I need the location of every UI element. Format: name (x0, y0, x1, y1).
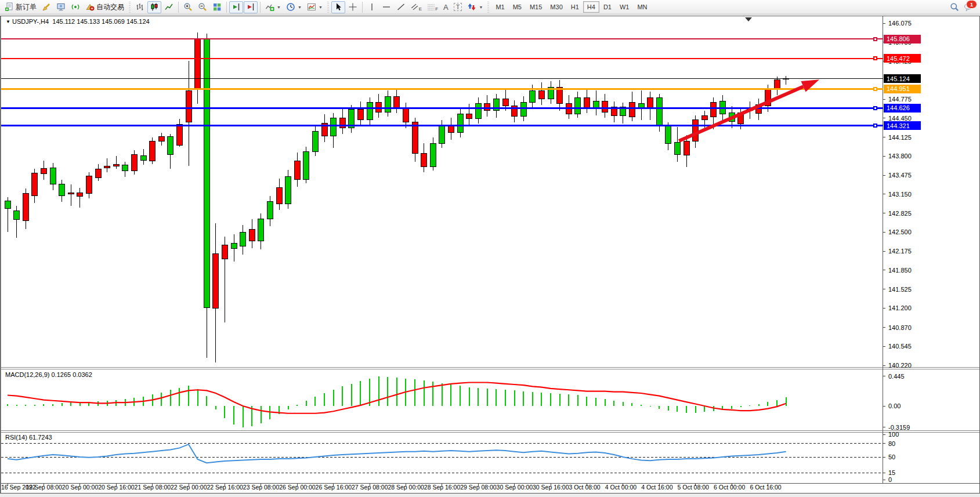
svg-text:0.445: 0.445 (888, 373, 905, 380)
crosshair-tool-button[interactable] (346, 1, 360, 13)
x-axis-label: 4 Oct 00:00 (605, 484, 637, 491)
zoom-out-button[interactable] (196, 1, 209, 13)
timeframe-MN[interactable]: MN (633, 1, 651, 13)
x-axis-label: 6 Oct 00:00 (714, 484, 745, 491)
chart-title: ▼ USDJPY-,H4 145.112 145.133 145.069 145… (6, 18, 150, 25)
crosshair-icon (348, 2, 357, 12)
timeframe-W1[interactable]: W1 (616, 1, 634, 13)
indicators-dropdown-caret[interactable]: ▼ (277, 5, 281, 9)
periods-dropdown-caret[interactable]: ▼ (298, 5, 302, 9)
svg-text:144.125: 144.125 (888, 134, 912, 141)
templates-dropdown-caret[interactable]: ▼ (319, 5, 323, 9)
trendline-tool-button[interactable] (394, 1, 408, 13)
text-tool-button[interactable]: A (441, 1, 451, 13)
trendline-icon (396, 2, 406, 12)
bar-chart-button[interactable] (133, 1, 147, 13)
tile-windows-button[interactable] (210, 1, 224, 13)
x-axis-label: 22 Sep 16:00 (207, 484, 243, 491)
templates-button[interactable]: ▼ (305, 1, 325, 13)
tile-windows-icon (212, 2, 222, 12)
svg-text:140.545: 140.545 (888, 343, 912, 350)
arrows-tool-icon (467, 2, 476, 12)
horizontal-line-tool-button[interactable] (379, 1, 393, 13)
signals-button[interactable] (68, 1, 82, 13)
monitor-icon (56, 2, 66, 12)
equidistant-channel-tool-button[interactable]: E (408, 1, 424, 13)
macd-indicator-label: MACD(12,26,9) 0.1265 0.0362 (5, 371, 92, 378)
timeframe-M15[interactable]: M15 (526, 1, 546, 13)
cursor-icon (334, 2, 343, 12)
svg-text:-0.3159: -0.3159 (888, 424, 910, 431)
timeframe-M5[interactable]: M5 (509, 1, 526, 13)
symbol-dropdown-icon[interactable]: ▼ (6, 19, 10, 24)
zoom-in-icon (183, 2, 193, 12)
timeframe-H1[interactable]: H1 (567, 1, 583, 13)
arrows-dropdown-caret[interactable]: ▼ (479, 5, 483, 9)
chat-button[interactable]: 1 (964, 2, 973, 12)
svg-text:143.800: 143.800 (888, 153, 912, 159)
timeframe-D1[interactable]: D1 (599, 1, 616, 13)
x-axis-label: 20 Sep 00:00 (62, 484, 98, 491)
periods-button[interactable]: ▼ (284, 1, 304, 13)
vertical-line-tool-button[interactable] (365, 1, 379, 13)
chart-shift-button[interactable] (244, 1, 258, 13)
toolbar-separator (362, 2, 363, 13)
svg-text:142.500: 142.500 (888, 228, 912, 235)
svg-text:142.175: 142.175 (888, 248, 912, 255)
new-order-button[interactable]: 新订单 (2, 1, 39, 13)
x-axis-label: 20 Sep 16:00 (98, 484, 134, 491)
toolbar-right-tools: 1 (950, 2, 978, 12)
notification-badge: 1 (966, 0, 977, 9)
line-chart-button[interactable] (162, 1, 176, 13)
line-chart-icon (164, 2, 173, 12)
fibonacci-tool-button[interactable]: F (425, 1, 440, 13)
autotrading-button[interactable]: 自动交易 (83, 1, 126, 13)
time-axis[interactable]: 16 Sep 202219 Sep 08:0020 Sep 00:0020 Se… (0, 484, 980, 493)
timeframe-M30[interactable]: M30 (546, 1, 566, 13)
auto-scroll-icon (232, 2, 241, 12)
x-axis-label: 28 Sep 00:00 (388, 484, 424, 491)
arrows-tool-button[interactable]: ▼ (465, 1, 485, 13)
vertical-line-icon (367, 2, 377, 12)
indicators-icon (265, 2, 274, 12)
chart-canvas[interactable]: 146.075145.750145.425144.775144.450144.1… (0, 15, 980, 497)
svg-text:142.825: 142.825 (888, 210, 912, 217)
indicators-button[interactable]: ▼ (263, 1, 283, 13)
search-icon[interactable] (950, 2, 959, 12)
gold-arrow-button[interactable] (39, 1, 53, 13)
cursor-tool-button[interactable] (331, 1, 345, 13)
svg-text:0: 0 (888, 476, 892, 483)
zoom-in-button[interactable] (181, 1, 195, 13)
timeframe-M1[interactable]: M1 (491, 1, 508, 13)
svg-text:140.220: 140.220 (888, 362, 912, 369)
svg-text:143.150: 143.150 (888, 191, 912, 198)
channel-icon (411, 3, 419, 11)
timeframe-H4[interactable]: H4 (583, 1, 599, 13)
toolbar-grip (327, 2, 329, 13)
text-label-icon: T (454, 3, 462, 11)
auto-scroll-button[interactable] (229, 1, 243, 13)
toolbar-separator (226, 2, 227, 13)
channel-e-label: E (419, 6, 422, 12)
svg-text:144.775: 144.775 (888, 96, 912, 103)
window-bottom-edge (0, 494, 980, 497)
svg-text:80: 80 (888, 440, 895, 447)
x-axis-label: 6 Oct 16:00 (750, 484, 781, 491)
x-axis-label: 23 Sep 08:00 (243, 484, 279, 491)
gold-arrow-icon (42, 2, 51, 12)
text-label-tool-button[interactable]: T (451, 1, 465, 13)
svg-text:141.525: 141.525 (888, 286, 912, 293)
candlestick-chart-button[interactable] (147, 1, 161, 13)
x-axis-label: 4 Oct 16:00 (641, 484, 672, 491)
x-axis-label: 19 Sep 08:00 (26, 484, 62, 491)
svg-text:141.850: 141.850 (888, 267, 912, 274)
fibonacci-icon (427, 3, 435, 11)
bar-chart-icon (135, 2, 144, 12)
svg-text:145.124: 145.124 (887, 75, 910, 82)
monitor-button[interactable] (54, 1, 68, 13)
autotrading-label: 自动交易 (96, 2, 124, 12)
chart-ohlc-values: 145.112 145.133 145.069 145.124 (52, 18, 149, 25)
x-axis-label: 26 Sep 00:00 (279, 484, 315, 491)
svg-text:100: 100 (888, 431, 899, 438)
svg-text:50: 50 (888, 454, 895, 460)
